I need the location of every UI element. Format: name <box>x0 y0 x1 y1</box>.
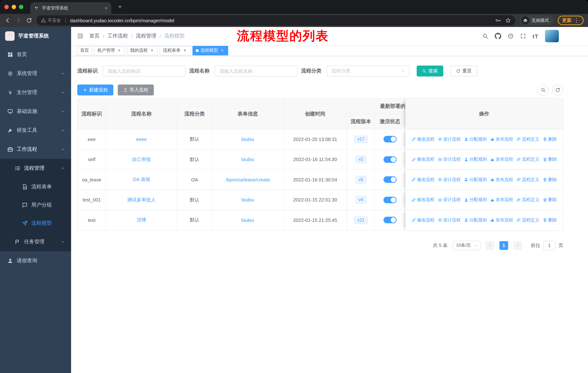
sidebar-item-system-management[interactable]: 系统管理 <box>0 64 71 83</box>
sidebar-item-process-management[interactable]: 流程管理 <box>0 159 71 178</box>
page-size-select[interactable]: 10条/页 <box>453 241 481 250</box>
tag-close-icon[interactable]: × <box>117 48 122 53</box>
reset-button[interactable]: 重置 <box>451 66 477 77</box>
action-edit-process[interactable]: 修改流程 <box>411 136 434 142</box>
password-key-icon[interactable] <box>495 18 501 23</box>
action-edit-process[interactable]: 修改流程 <box>411 177 434 183</box>
prev-page-button[interactable] <box>486 241 494 250</box>
form-info-link[interactable]: /bpm/oa/leave/create <box>226 177 270 182</box>
search-button[interactable]: 搜索 <box>417 66 443 77</box>
action-publish-process[interactable]: 发布流程 <box>490 177 513 183</box>
action-delete[interactable]: 删除 <box>543 156 557 163</box>
sidebar-item-dev-tools[interactable]: 研发工具 <box>0 121 71 140</box>
action-process-definition[interactable]: 流程定义 <box>516 197 539 203</box>
breadcrumb-process-management[interactable]: 流程管理 <box>136 33 156 39</box>
active-toggle[interactable] <box>383 197 397 203</box>
form-info-link[interactable]: biubiu <box>242 197 254 203</box>
current-page-button[interactable]: 1 <box>499 241 508 250</box>
goto-page-input[interactable] <box>543 241 556 250</box>
sidebar-item-process-form[interactable]: 流程表单 <box>0 178 71 196</box>
forward-icon[interactable] <box>15 17 22 24</box>
action-design-process[interactable]: 设计流程 <box>438 136 461 142</box>
toggle-search-button[interactable] <box>538 84 549 95</box>
action-design-process[interactable]: 设计流程 <box>438 197 461 203</box>
create-process-button[interactable]: 新建流程 <box>77 84 113 95</box>
action-assign-rule[interactable]: 分配规则 <box>464 177 487 183</box>
action-process-definition[interactable]: 流程定义 <box>516 177 539 183</box>
sidebar-item-task-management[interactable]: 任务管理 <box>0 232 71 251</box>
window-zoom-button[interactable] <box>19 5 23 9</box>
action-design-process[interactable]: 设计流程 <box>438 156 461 163</box>
next-page-button[interactable] <box>513 241 522 250</box>
process-name-link[interactable]: 测试多审批人 <box>127 197 156 203</box>
action-delete[interactable]: 删除 <box>543 197 557 203</box>
action-edit-process[interactable]: 修改流程 <box>411 156 434 163</box>
tag-process-model[interactable]: 流程模型 × <box>192 46 228 55</box>
security-indicator[interactable]: 不安全 <box>41 17 61 23</box>
browser-menu-dots-icon[interactable]: ⋮ <box>574 17 579 24</box>
bookmark-star-icon[interactable] <box>505 18 511 23</box>
process-name-input[interactable] <box>215 66 297 77</box>
action-publish-process[interactable]: 发布流程 <box>490 136 513 142</box>
active-toggle[interactable] <box>383 136 397 143</box>
help-icon[interactable] <box>508 33 514 39</box>
active-toggle[interactable] <box>383 156 397 163</box>
reload-icon[interactable] <box>26 18 32 23</box>
tag-home[interactable]: 首页 <box>77 46 92 55</box>
action-assign-rule[interactable]: 分配规则 <box>464 156 487 163</box>
process-name-link[interactable]: 自己审批 <box>132 156 151 163</box>
action-delete[interactable]: 删除 <box>543 136 557 142</box>
action-delete[interactable]: 删除 <box>543 217 557 223</box>
address-bar[interactable]: 不安全 dashboard.yudao.iocoder.cn/bpm/manag… <box>36 15 515 26</box>
tag-process-form[interactable]: 流程表单 × <box>160 46 191 55</box>
action-publish-process[interactable]: 发布流程 <box>490 197 513 203</box>
back-icon[interactable] <box>4 17 11 24</box>
form-info-link[interactable]: biubiu <box>242 137 254 142</box>
process-name-link[interactable]: eeee <box>136 137 147 142</box>
sidebar-item-leave-query[interactable]: 请假查询 <box>0 251 71 270</box>
import-process-button[interactable]: 导入流程 <box>118 84 154 95</box>
window-close-button[interactable] <box>4 5 9 9</box>
tag-close-icon[interactable]: × <box>220 48 225 53</box>
browser-tab[interactable]: 芋道管理系统 × <box>30 2 111 14</box>
tab-close-icon[interactable]: × <box>105 5 107 10</box>
process-id-input[interactable] <box>103 66 186 77</box>
active-toggle[interactable] <box>383 217 397 223</box>
tag-close-icon[interactable]: × <box>182 48 187 53</box>
action-publish-process[interactable]: 发布流程 <box>490 217 513 223</box>
action-assign-rule[interactable]: 分配规则 <box>464 136 487 142</box>
action-assign-rule[interactable]: 分配规则 <box>464 197 487 203</box>
active-toggle[interactable] <box>383 176 397 183</box>
tag-tenant-management[interactable]: 租户管理 × <box>94 46 125 55</box>
github-icon[interactable] <box>495 33 501 39</box>
refresh-table-button[interactable] <box>552 84 563 95</box>
sidebar-item-workflow[interactable]: 工作流程 <box>0 140 71 159</box>
action-process-definition[interactable]: 流程定义 <box>516 156 539 163</box>
sidebar-collapse-icon[interactable] <box>77 33 84 39</box>
search-icon[interactable] <box>482 33 488 39</box>
process-name-link[interactable]: 滔博 <box>137 217 146 223</box>
process-category-select[interactable]: 流程分类 <box>327 66 409 77</box>
action-design-process[interactable]: 设计流程 <box>438 217 461 223</box>
action-delete[interactable]: 删除 <box>543 177 557 183</box>
new-tab-button[interactable]: + <box>116 3 124 11</box>
browser-update-button[interactable]: 更新 ⋮ <box>558 16 584 25</box>
form-info-link[interactable]: biubiu <box>242 157 254 162</box>
sidebar-item-user-group[interactable]: 用户分组 <box>0 196 71 214</box>
action-edit-process[interactable]: 修改流程 <box>411 197 434 203</box>
action-design-process[interactable]: 设计流程 <box>438 177 461 183</box>
action-process-definition[interactable]: 流程定义 <box>516 136 539 142</box>
sidebar-item-infrastructure[interactable]: 基础设施 <box>0 102 71 121</box>
sidebar-item-process-model[interactable]: 流程模型 <box>0 214 71 232</box>
window-minimize-button[interactable] <box>12 5 16 9</box>
fullscreen-icon[interactable] <box>520 33 526 39</box>
process-name-link[interactable]: OA 请假 <box>133 176 150 183</box>
action-edit-process[interactable]: 修改流程 <box>411 217 434 223</box>
tag-my-process[interactable]: 我的流程 × <box>127 46 158 55</box>
form-info-link[interactable]: biubiu <box>242 217 254 223</box>
breadcrumb-workflow[interactable]: 工作流程 <box>107 33 128 39</box>
action-process-definition[interactable]: 流程定义 <box>516 217 539 223</box>
sidebar-item-home[interactable]: 首页 <box>0 45 71 64</box>
tag-close-icon[interactable]: × <box>149 48 155 53</box>
action-publish-process[interactable]: 发布流程 <box>490 156 513 163</box>
